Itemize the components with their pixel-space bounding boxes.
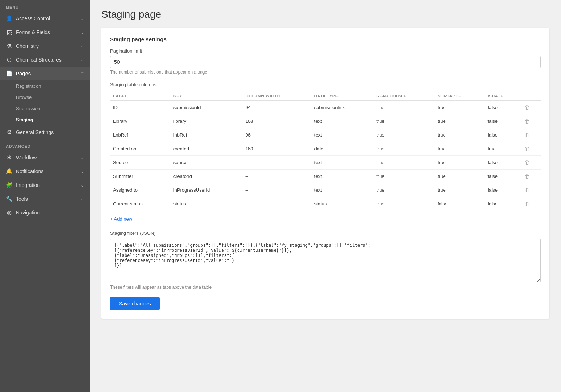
cell-key: status xyxy=(171,197,243,211)
col-header-sortable: SORTABLE xyxy=(435,92,485,101)
col-header-isdate: ISDATE xyxy=(485,92,522,101)
save-changes-button[interactable]: Save changes xyxy=(110,297,160,310)
table-row: LnbRef lnbRef 96 text true true false 🗑 xyxy=(110,128,541,142)
sidebar-subitem-registration[interactable]: Registration xyxy=(0,80,90,92)
cell-searchable: true xyxy=(373,183,435,197)
table-row: Library library 168 text true true false… xyxy=(110,114,541,128)
bell-icon: 🔔 xyxy=(6,168,12,175)
cell-width: 168 xyxy=(243,114,311,128)
filters-textarea[interactable] xyxy=(110,239,541,282)
sidebar-item-label: Pages xyxy=(16,71,31,76)
cell-sortable: true xyxy=(435,128,485,142)
sidebar-item-label: Workflow xyxy=(16,155,37,160)
sidebar-item-label: Navigation xyxy=(16,210,40,216)
table-row: Submitter creatorId – text true true fal… xyxy=(110,170,541,183)
sidebar-item-label: Notifications xyxy=(16,168,43,174)
cell-searchable: true xyxy=(373,197,435,211)
sidebar-item-label: General Settings xyxy=(16,129,54,135)
cell-sortable: true xyxy=(435,156,485,170)
cell-searchable: true xyxy=(373,101,435,114)
chevron-down-icon: ⌄ xyxy=(81,183,84,188)
cell-isdate: true xyxy=(485,142,522,156)
sidebar-item-access-control[interactable]: 👤 Access Control ⌄ xyxy=(0,12,90,25)
table-row: Created on created 160 date true true tr… xyxy=(110,142,541,156)
sidebar-item-label: Forms & Fields xyxy=(16,29,50,35)
delete-row-icon[interactable]: 🗑 xyxy=(524,173,530,179)
cell-width: – xyxy=(243,183,311,197)
filters-section-title: Staging filters (JSON) xyxy=(110,230,541,236)
chevron-down-icon: ⌄ xyxy=(81,58,84,62)
columns-table: LABEL KEY COLUMN WIDTH DATA TYPE SEARCHA… xyxy=(110,92,541,210)
chevron-down-icon: ⌄ xyxy=(81,16,84,21)
delete-row-icon[interactable]: 🗑 xyxy=(524,118,530,124)
col-header-searchable: SEARCHABLE xyxy=(373,92,435,101)
delete-row-icon[interactable]: 🗑 xyxy=(524,159,530,166)
delete-row-icon[interactable]: 🗑 xyxy=(524,187,530,193)
cell-datatype: status xyxy=(311,197,374,211)
sidebar-subitem-submission[interactable]: Submission xyxy=(0,103,90,114)
sidebar-item-notifications[interactable]: 🔔 Notifications ⌄ xyxy=(0,164,90,178)
pagination-hint: The number of submissions that appear on… xyxy=(110,70,541,75)
delete-row-icon[interactable]: 🗑 xyxy=(524,132,530,138)
sidebar-item-general-settings[interactable]: ⚙ General Settings xyxy=(0,125,90,139)
sidebar-item-pages[interactable]: 📄 Pages ⌃ xyxy=(0,67,90,80)
cell-sortable: true xyxy=(435,183,485,197)
delete-row-icon[interactable]: 🗑 xyxy=(524,104,530,110)
sidebar-item-label: Access Control xyxy=(16,16,50,21)
cell-label: Submitter xyxy=(110,170,171,183)
cell-searchable: true xyxy=(373,156,435,170)
hexagon-icon: ⬡ xyxy=(6,57,12,63)
sidebar-subitem-staging[interactable]: Staging xyxy=(0,114,90,125)
cell-isdate: false xyxy=(485,101,522,114)
cell-datatype: text xyxy=(311,170,374,183)
cell-label: Library xyxy=(110,114,171,128)
cell-width: 94 xyxy=(243,101,311,114)
add-new-link[interactable]: + Add new xyxy=(110,216,132,222)
sidebar-item-tools[interactable]: 🔧 Tools ⌄ xyxy=(0,192,90,206)
col-header-key: KEY xyxy=(171,92,243,101)
cell-isdate: false xyxy=(485,197,522,211)
cell-label: Assigned to xyxy=(110,183,171,197)
filters-hint: These filters will appear as tabs above … xyxy=(110,285,541,290)
col-header-label: LABEL xyxy=(110,92,171,101)
gear-icon: ⚙ xyxy=(6,129,12,135)
sidebar-item-label: Integration xyxy=(16,182,40,188)
monitor-icon: 🖼 xyxy=(6,29,12,36)
table-row: Source source – text true true false 🗑 xyxy=(110,156,541,170)
menu-section-label: MENU xyxy=(0,0,90,12)
sidebar-item-integration[interactable]: 🧩 Integration ⌄ xyxy=(0,178,90,192)
cell-datatype: text xyxy=(311,128,374,142)
cell-sortable: false xyxy=(435,197,485,211)
chevron-down-icon: ⌄ xyxy=(81,197,84,201)
cell-searchable: true xyxy=(373,142,435,156)
wrench-icon: 🔧 xyxy=(6,196,12,202)
delete-row-icon[interactable]: 🗑 xyxy=(524,201,530,207)
cell-width: – xyxy=(243,197,311,211)
sidebar-subitem-browse[interactable]: Browse xyxy=(0,92,90,103)
cell-key: creatorId xyxy=(171,170,243,183)
table-row: Assigned to inProgressUserId – text true… xyxy=(110,183,541,197)
sidebar-item-navigation[interactable]: ◎ Navigation xyxy=(0,206,90,220)
cell-searchable: true xyxy=(373,114,435,128)
sidebar-item-workflow[interactable]: ✱ Workflow ⌄ xyxy=(0,151,90,164)
sidebar-item-chemical-structures[interactable]: ⬡ Chemical Structures ⌄ xyxy=(0,53,90,67)
sidebar-item-forms-fields[interactable]: 🖼 Forms & Fields ⌄ xyxy=(0,25,90,39)
page-title: Staging page xyxy=(101,9,549,20)
sidebar-item-chemistry[interactable]: ⚗ Chemistry ⌄ xyxy=(0,39,90,53)
cell-sortable: true xyxy=(435,101,485,114)
col-header-width: COLUMN WIDTH xyxy=(243,92,311,101)
flask-icon: ⚗ xyxy=(6,43,12,49)
cell-isdate: false xyxy=(485,114,522,128)
pagination-input[interactable] xyxy=(110,56,541,68)
settings-card: Staging page settings Pagination limit T… xyxy=(101,28,549,319)
main-content: Staging page Staging page settings Pagin… xyxy=(90,0,561,392)
cell-sortable: true xyxy=(435,142,485,156)
cell-isdate: false xyxy=(485,170,522,183)
user-icon: 👤 xyxy=(6,15,12,22)
cell-key: submissionId xyxy=(171,101,243,114)
cell-key: library xyxy=(171,114,243,128)
cell-searchable: true xyxy=(373,170,435,183)
delete-row-icon[interactable]: 🗑 xyxy=(524,146,530,152)
sidebar-item-label: Chemical Structures xyxy=(16,57,62,63)
cell-width: – xyxy=(243,156,311,170)
